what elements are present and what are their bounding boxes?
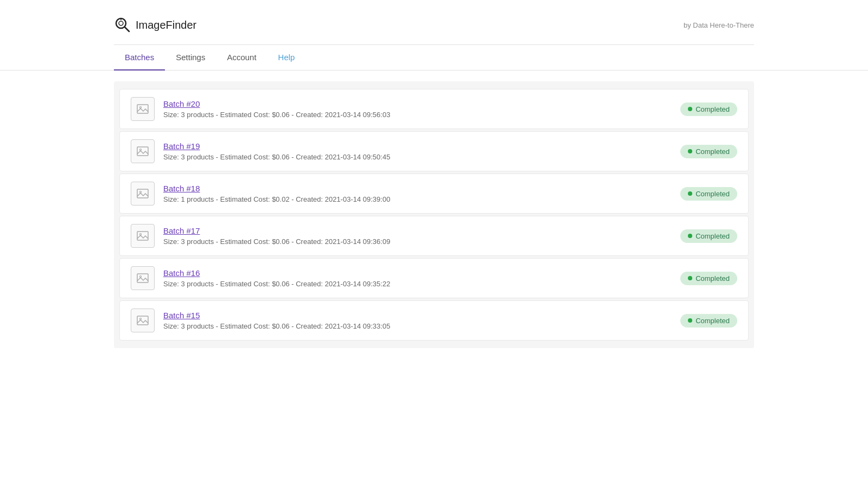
- svg-line-1: [125, 27, 129, 31]
- batches-list: Batch #20 Size: 3 products - Estimated C…: [114, 81, 754, 348]
- image-icon: [136, 229, 149, 242]
- status-label: Completed: [695, 105, 730, 113]
- batch-details: Size: 1 products - Estimated Cost: $0.02…: [163, 195, 680, 203]
- status-dot: [688, 318, 692, 323]
- nav-batches[interactable]: Batches: [114, 45, 165, 70]
- image-icon: [136, 314, 149, 327]
- app-header: ImageFinder by Data Here-to-There: [0, 0, 868, 44]
- status-dot: [688, 107, 692, 111]
- batch-title[interactable]: Batch #18: [163, 184, 200, 193]
- status-badge: Completed: [680, 187, 737, 201]
- batch-title[interactable]: Batch #17: [163, 226, 200, 235]
- batch-title[interactable]: Batch #15: [163, 311, 200, 320]
- batch-item: Batch #18 Size: 1 products - Estimated C…: [119, 174, 749, 214]
- batch-icon: [131, 139, 155, 163]
- status-label: Completed: [695, 317, 730, 325]
- batch-icon: [131, 224, 155, 248]
- main-content: Batch #20 Size: 3 products - Estimated C…: [0, 70, 868, 359]
- image-icon: [136, 272, 149, 285]
- status-dot: [688, 234, 692, 238]
- batch-details: Size: 3 products - Estimated Cost: $0.06…: [163, 280, 680, 288]
- status-label: Completed: [695, 190, 730, 198]
- nav-settings[interactable]: Settings: [165, 45, 216, 70]
- app-logo-icon: [114, 16, 131, 34]
- batch-item: Batch #16 Size: 3 products - Estimated C…: [119, 258, 749, 298]
- batch-info: Batch #16 Size: 3 products - Estimated C…: [163, 268, 680, 288]
- batch-title[interactable]: Batch #20: [163, 99, 200, 108]
- batch-details: Size: 3 products - Estimated Cost: $0.06…: [163, 111, 680, 119]
- image-icon: [136, 102, 149, 115]
- batch-title[interactable]: Batch #16: [163, 268, 200, 278]
- nav-help[interactable]: Help: [267, 45, 306, 70]
- batch-icon: [131, 309, 155, 332]
- status-badge: Completed: [680, 272, 737, 285]
- status-badge: Completed: [680, 229, 737, 243]
- status-badge: Completed: [680, 102, 737, 116]
- status-badge: Completed: [680, 314, 737, 328]
- batch-icon: [131, 266, 155, 290]
- svg-rect-14: [137, 316, 148, 325]
- status-label: Completed: [695, 232, 730, 240]
- batch-info: Batch #15 Size: 3 products - Estimated C…: [163, 311, 680, 330]
- batch-details: Size: 3 products - Estimated Cost: $0.06…: [163, 322, 680, 330]
- batch-item: Batch #20 Size: 3 products - Estimated C…: [119, 89, 749, 129]
- status-label: Completed: [695, 147, 730, 156]
- batch-title[interactable]: Batch #19: [163, 142, 200, 151]
- status-dot: [688, 149, 692, 153]
- batch-info: Batch #20 Size: 3 products - Estimated C…: [163, 99, 680, 119]
- image-icon: [136, 187, 149, 200]
- status-badge: Completed: [680, 145, 737, 158]
- svg-rect-12: [137, 274, 148, 282]
- app-title: ImageFinder: [136, 19, 196, 31]
- svg-rect-10: [137, 232, 148, 240]
- app-byline: by Data Here-to-There: [684, 21, 754, 29]
- svg-rect-6: [137, 147, 148, 156]
- svg-rect-4: [137, 105, 148, 113]
- svg-point-2: [119, 21, 123, 25]
- logo-area: ImageFinder: [114, 16, 196, 34]
- image-icon: [136, 145, 149, 158]
- batch-details: Size: 3 products - Estimated Cost: $0.06…: [163, 237, 680, 246]
- status-dot: [688, 276, 692, 280]
- batch-item: Batch #19 Size: 3 products - Estimated C…: [119, 131, 749, 171]
- status-label: Completed: [695, 274, 730, 282]
- batch-item: Batch #17 Size: 3 products - Estimated C…: [119, 216, 749, 256]
- batch-info: Batch #18 Size: 1 products - Estimated C…: [163, 184, 680, 203]
- batch-icon: [131, 97, 155, 121]
- svg-rect-8: [137, 189, 148, 198]
- main-nav: Batches Settings Account Help: [0, 45, 868, 70]
- nav-account[interactable]: Account: [216, 45, 267, 70]
- status-dot: [688, 191, 692, 196]
- batch-details: Size: 3 products - Estimated Cost: $0.06…: [163, 153, 680, 161]
- batch-item: Batch #15 Size: 3 products - Estimated C…: [119, 300, 749, 341]
- batch-info: Batch #17 Size: 3 products - Estimated C…: [163, 226, 680, 246]
- batch-icon: [131, 182, 155, 206]
- batch-info: Batch #19 Size: 3 products - Estimated C…: [163, 142, 680, 161]
